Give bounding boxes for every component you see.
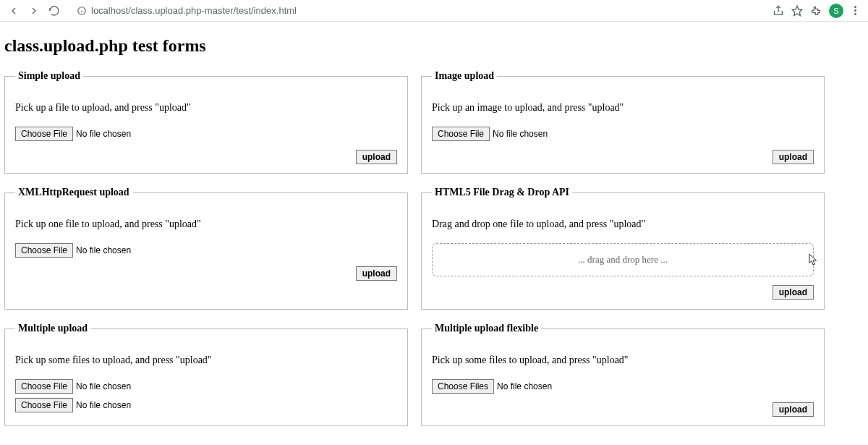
profile-avatar[interactable]: S xyxy=(829,4,843,18)
file-input-row: Choose Files No file chosen xyxy=(432,379,814,394)
page-title: class.upload.php test forms xyxy=(4,36,864,56)
form-dragdrop-upload: HTML5 File Drag & Drop API Drag and drop… xyxy=(421,187,825,310)
forward-button[interactable] xyxy=(26,3,42,19)
file-status-text: No file chosen xyxy=(493,129,548,139)
form-instruction: Pick up some files to upload, and press … xyxy=(15,355,397,366)
file-input-row: Choose File No file chosen xyxy=(15,243,397,258)
form-instruction: Pick up some files to upload, and press … xyxy=(432,355,814,366)
upload-button[interactable]: upload xyxy=(356,266,397,281)
form-legend: Image upload xyxy=(432,70,497,82)
file-status-text: No file chosen xyxy=(76,245,131,255)
file-input-row: Choose File No file chosen xyxy=(432,127,814,141)
choose-file-button[interactable]: Choose File xyxy=(15,398,73,412)
page-content: class.upload.php test forms Simple uploa… xyxy=(0,22,868,445)
file-input-row: Choose File No file chosen xyxy=(15,379,397,394)
share-icon[interactable] xyxy=(773,5,784,17)
upload-button[interactable]: upload xyxy=(773,402,814,417)
file-status-text: No file chosen xyxy=(497,381,552,391)
form-legend: Multiple upload flexible xyxy=(432,323,541,334)
file-input-row: Choose File No file chosen xyxy=(15,127,397,141)
url-text: localhost/class.upload.php-master/test/i… xyxy=(91,5,297,16)
extensions-icon[interactable] xyxy=(810,5,822,17)
star-icon[interactable] xyxy=(791,5,803,17)
file-status-text: No file chosen xyxy=(76,129,131,139)
upload-button[interactable]: upload xyxy=(773,150,814,164)
form-legend: HTML5 File Drag & Drop API xyxy=(432,187,572,198)
form-multiple-flex-upload: Multiple upload flexible Pick up some fi… xyxy=(421,323,825,426)
form-legend: XMLHttpRequest upload xyxy=(15,187,132,198)
choose-file-button[interactable]: Choose File xyxy=(15,127,73,141)
form-simple-upload: Simple upload Pick up a file to upload, … xyxy=(4,70,408,174)
browser-toolbar: localhost/class.upload.php-master/test/i… xyxy=(0,0,868,22)
forms-grid: Simple upload Pick up a file to upload, … xyxy=(4,70,864,426)
form-instruction: Pick up a file to upload, and press "upl… xyxy=(15,102,397,114)
form-image-upload: Image upload Pick up an image to upload,… xyxy=(421,70,825,174)
form-xhr-upload: XMLHttpRequest upload Pick up one file t… xyxy=(4,187,408,310)
choose-files-button[interactable]: Choose Files xyxy=(432,379,494,394)
reload-button[interactable] xyxy=(46,3,62,19)
file-status-text: No file chosen xyxy=(76,381,131,391)
form-legend: Simple upload xyxy=(15,70,83,82)
choose-file-button[interactable]: Choose File xyxy=(15,379,73,394)
file-input-row: Choose File No file chosen xyxy=(15,398,397,412)
file-status-text: No file chosen xyxy=(76,400,131,410)
menu-button[interactable] xyxy=(851,6,859,15)
choose-file-button[interactable]: Choose File xyxy=(15,243,73,258)
form-instruction: Pick up an image to upload, and press "u… xyxy=(432,102,814,114)
form-instruction: Pick up one file to upload, and press "u… xyxy=(15,219,397,230)
choose-file-button[interactable]: Choose File xyxy=(432,127,490,141)
form-multiple-upload: Multiple upload Pick up some files to up… xyxy=(4,323,408,426)
dropzone[interactable]: ... drag and drop here ... xyxy=(432,243,814,276)
svg-marker-4 xyxy=(792,6,801,15)
info-icon xyxy=(77,6,87,16)
form-instruction: Drag and drop one file to upload, and pr… xyxy=(432,219,814,230)
address-bar[interactable]: localhost/class.upload.php-master/test/i… xyxy=(71,2,768,20)
upload-button[interactable]: upload xyxy=(356,150,397,164)
upload-button[interactable]: upload xyxy=(773,285,814,300)
form-legend: Multiple upload xyxy=(15,323,90,334)
toolbar-right: S xyxy=(773,4,862,18)
back-button[interactable] xyxy=(6,3,22,19)
